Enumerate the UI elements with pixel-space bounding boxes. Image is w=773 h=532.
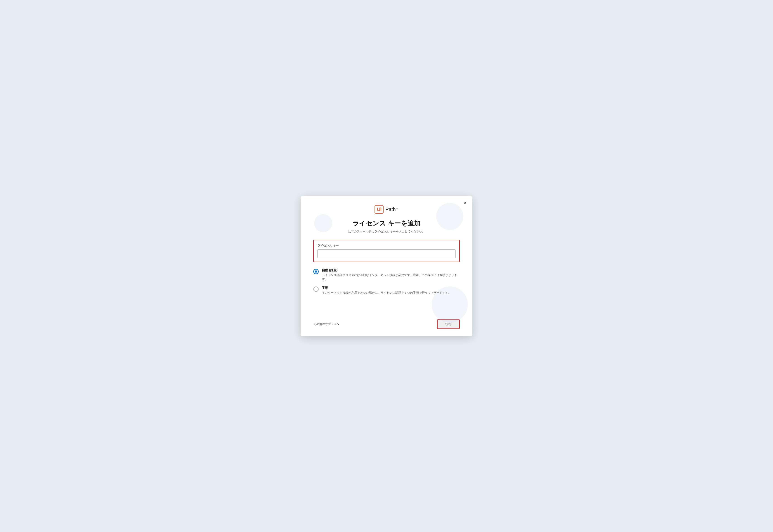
- license-key-label: ライセンス キー: [317, 244, 456, 248]
- radio-manual-description: インターネット接続が利用できない場合に、ライセンス認証を３つの手順で行うウィザー…: [322, 291, 451, 295]
- logo-ui-text: Ui: [377, 206, 381, 212]
- logo-box: Ui: [374, 205, 383, 214]
- page-subtitle: 以下のフィールドにライセンス キーを入力してください。: [313, 230, 460, 234]
- radio-auto-description: ライセンス認証プロセスには有効なインターネット接続が必要です。通常、この操作には…: [322, 273, 460, 282]
- close-button[interactable]: ×: [463, 200, 468, 206]
- license-key-field-group: ライセンス キー: [313, 240, 460, 262]
- license-key-input[interactable]: [317, 249, 456, 258]
- license-key-dialog: × Ui Path ™ ライセンス キーを追加 以下のフィールドにライセンス キ…: [300, 196, 473, 336]
- radio-auto-circle[interactable]: [313, 269, 319, 274]
- logo-tm: ™: [396, 208, 399, 211]
- continue-button[interactable]: 続行: [437, 319, 460, 329]
- radio-auto-text: 自動 (推奨) ライセンス認証プロセスには有効なインターネット接続が必要です。通…: [322, 268, 460, 282]
- dialog-footer: その他のオプション 続行: [313, 315, 460, 329]
- radio-manual-title: 手動: [322, 286, 451, 290]
- other-options-link[interactable]: その他のオプション: [313, 322, 340, 326]
- page-title: ライセンス キーを追加: [313, 219, 460, 228]
- logo-area: Ui Path ™: [313, 205, 460, 214]
- radio-manual-circle[interactable]: [313, 286, 319, 292]
- activation-method-group: 自動 (推奨) ライセンス認証プロセスには有効なインターネット接続が必要です。通…: [313, 268, 460, 295]
- radio-manual-text: 手動 インターネット接続が利用できない場合に、ライセンス認証を３つの手順で行うウ…: [322, 286, 451, 295]
- radio-auto-title: 自動 (推奨): [322, 268, 460, 272]
- logo-path-text: Path: [385, 206, 396, 212]
- radio-option-manual[interactable]: 手動 インターネット接続が利用できない場合に、ライセンス認証を３つの手順で行うウ…: [313, 286, 460, 295]
- radio-option-auto[interactable]: 自動 (推奨) ライセンス認証プロセスには有効なインターネット接続が必要です。通…: [313, 268, 460, 282]
